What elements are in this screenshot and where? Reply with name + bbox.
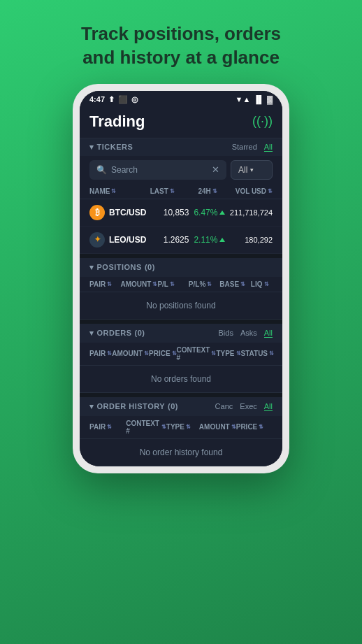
positions-columns-header: PAIR ⇅ AMOUNT ⇅ P/L ⇅ P/L% ⇅ BASE ⇅ bbox=[80, 277, 282, 292]
live-signal-icon: ((·)) bbox=[252, 114, 273, 129]
pos-col-amount[interactable]: AMOUNT ⇅ bbox=[120, 280, 157, 288]
status-bar: 4:47 ⬆ ⬛ ◎ ▼▲ ▐▌ ▓ bbox=[80, 91, 282, 107]
sort-icon-pos-liq: ⇅ bbox=[264, 281, 269, 287]
sort-icon-name: ⇅ bbox=[111, 188, 116, 194]
hist-col-pair[interactable]: PAIR ⇅ bbox=[89, 420, 126, 435]
sort-icon-ord-status: ⇅ bbox=[269, 350, 274, 357]
ord-col-price[interactable]: PRICE ⇅ bbox=[149, 346, 177, 362]
btc-vol-usd: 211,718,724 bbox=[225, 208, 273, 217]
sort-icon-ord-amount: ⇅ bbox=[144, 350, 149, 357]
phone-screen: 4:47 ⬆ ⬛ ◎ ▼▲ ▐▌ ▓ Trading ((·)) ▾ bbox=[80, 91, 282, 466]
btc-icon: ₿ bbox=[89, 205, 105, 220]
wifi-icon: ▼▲ bbox=[236, 95, 251, 103]
leo-last-price: 1.2625 bbox=[152, 235, 189, 245]
history-section-header: ▾ ORDER HISTORY (0) Canc Exec All bbox=[80, 397, 282, 416]
phone-frame: 4:47 ⬆ ⬛ ◎ ▼▲ ▐▌ ▓ Trading ((·)) ▾ bbox=[73, 84, 289, 473]
leo-up-arrow-icon bbox=[219, 238, 225, 242]
dropdown-value: All bbox=[238, 165, 247, 175]
orders-tab-all[interactable]: All bbox=[264, 329, 273, 338]
history-label: ▾ ORDER HISTORY (0) bbox=[89, 402, 178, 411]
history-tab-all[interactable]: All bbox=[264, 402, 273, 411]
hist-col-type[interactable]: TYPE ⇅ bbox=[166, 420, 199, 435]
orders-tabs[interactable]: Bids Asks All bbox=[219, 329, 273, 338]
history-tab-canc[interactable]: Canc bbox=[215, 402, 233, 411]
tickers-tabs[interactable]: Starred All bbox=[232, 143, 273, 152]
btc-24h-change: 6.47% bbox=[189, 208, 225, 217]
sort-icon-hist-context: ⇅ bbox=[161, 424, 166, 430]
tickers-label: ▾ TICKERS bbox=[89, 143, 133, 152]
ord-col-context[interactable]: CONTEXT # ⇅ bbox=[177, 346, 217, 362]
col-header-24h[interactable]: 24H ⇅ bbox=[175, 187, 217, 195]
btc-pair-name: BTC/USD bbox=[109, 208, 152, 217]
history-chevron: ▾ bbox=[89, 402, 94, 411]
phone-container: 4:47 ⬆ ⬛ ◎ ▼▲ ▐▌ ▓ Trading ((·)) ▾ bbox=[62, 84, 300, 644]
ord-col-amount[interactable]: AMOUNT ⇅ bbox=[112, 346, 149, 362]
sort-icon-pos-base: ⇅ bbox=[240, 281, 245, 287]
ord-col-type[interactable]: TYPE ⇅ bbox=[216, 346, 240, 362]
battery-icon: ▓ bbox=[267, 95, 273, 103]
app-title-bar: Trading ((·)) bbox=[80, 107, 282, 138]
btc-up-arrow-icon bbox=[219, 210, 225, 215]
orders-section-header: ▾ ORDERS (0) Bids Asks All bbox=[80, 324, 282, 343]
search-input-wrap[interactable]: 🔍 Search ✕ bbox=[89, 160, 226, 180]
orders-chevron: ▾ bbox=[89, 329, 94, 338]
ord-col-pair[interactable]: PAIR ⇅ bbox=[89, 346, 112, 362]
orders-no-data: No orders found bbox=[80, 366, 282, 393]
tickers-tab-all[interactable]: All bbox=[264, 143, 273, 152]
page-heading: Track positions, orders and history at a… bbox=[53, 0, 309, 84]
orders-columns-header: PAIR ⇅ AMOUNT ⇅ PRICE ⇅ CONTEXT # ⇅ TYPE bbox=[80, 343, 282, 366]
status-icon-3: ◎ bbox=[131, 95, 138, 104]
pos-col-liq[interactable]: LIQ ⇅ bbox=[251, 280, 273, 288]
orders-label: ▾ ORDERS (0) bbox=[89, 329, 145, 338]
leo-pair-name: LEO/USD bbox=[109, 235, 152, 245]
app-title: Trading bbox=[89, 113, 145, 131]
history-no-data: No order history found bbox=[80, 439, 282, 466]
search-input[interactable]: Search bbox=[111, 165, 208, 175]
sort-icon-hist-amount: ⇅ bbox=[231, 424, 236, 430]
status-icon-2: ⬛ bbox=[118, 95, 128, 104]
orders-tab-bids[interactable]: Bids bbox=[219, 329, 233, 338]
ticker-filter-dropdown[interactable]: All ▾ bbox=[231, 160, 273, 180]
sort-icon-24h: ⇅ bbox=[212, 188, 217, 194]
col-header-volusd[interactable]: VOL USD ⇅ bbox=[217, 187, 273, 195]
pos-col-base[interactable]: BASE ⇅ bbox=[219, 280, 250, 288]
hist-col-context[interactable]: CONTEXT # ⇅ bbox=[126, 420, 166, 435]
search-row: 🔍 Search ✕ All ▾ bbox=[80, 156, 282, 184]
ticker-row-leo[interactable]: ✦ LEO/USD 1.2625 2.11% 180,292 bbox=[80, 227, 282, 254]
orders-tab-asks[interactable]: Asks bbox=[240, 329, 257, 338]
status-right: ▼▲ ▐▌ ▓ bbox=[236, 95, 273, 103]
sort-icon-ord-type: ⇅ bbox=[236, 350, 241, 357]
ticker-row-btc[interactable]: ₿ BTC/USD 10,853 6.47% 211,718,724 bbox=[80, 199, 282, 227]
sort-icon-pos-pair: ⇅ bbox=[107, 281, 112, 287]
pos-col-plpct[interactable]: P/L% ⇅ bbox=[189, 280, 219, 288]
sort-icon-ord-price: ⇅ bbox=[172, 350, 177, 357]
tickers-table-header: NAME ⇅ LAST ⇅ 24H ⇅ VOL USD ⇅ bbox=[80, 184, 282, 199]
hist-col-price[interactable]: PRICE ⇅ bbox=[236, 420, 273, 435]
tickers-chevron: ▾ bbox=[89, 143, 94, 152]
sort-icon-ord-context: ⇅ bbox=[211, 350, 216, 357]
history-columns-header: PAIR ⇅ CONTEXT # ⇅ TYPE ⇅ AMOUNT ⇅ PRICE bbox=[80, 416, 282, 439]
sort-icon-pos-amount: ⇅ bbox=[152, 281, 157, 287]
pos-col-pl[interactable]: P/L ⇅ bbox=[157, 280, 188, 288]
col-header-last[interactable]: LAST ⇅ bbox=[132, 187, 175, 195]
sort-icon-last: ⇅ bbox=[170, 188, 175, 194]
ord-col-status[interactable]: STATUS ⇅ bbox=[241, 346, 275, 362]
hist-col-amount[interactable]: AMOUNT ⇅ bbox=[199, 420, 236, 435]
positions-badge: (0) bbox=[145, 263, 155, 271]
positions-label: ▾ POSITIONS (0) bbox=[89, 263, 155, 272]
history-tabs[interactable]: Canc Exec All bbox=[215, 402, 273, 411]
leo-24h-change: 2.11% bbox=[189, 235, 225, 245]
tickers-tab-starred[interactable]: Starred bbox=[232, 143, 257, 152]
sort-icon-hist-type: ⇅ bbox=[186, 424, 191, 430]
history-badge: (0) bbox=[168, 402, 178, 410]
search-icon: 🔍 bbox=[96, 165, 107, 175]
leo-vol-usd: 180,292 bbox=[225, 236, 273, 244]
status-icon-1: ⬆ bbox=[108, 95, 115, 104]
chevron-down-icon: ▾ bbox=[250, 166, 254, 173]
pos-col-pair[interactable]: PAIR ⇅ bbox=[89, 280, 120, 288]
history-tab-exec[interactable]: Exec bbox=[240, 402, 256, 411]
search-clear-icon[interactable]: ✕ bbox=[212, 164, 219, 175]
status-time: 4:47 bbox=[89, 95, 105, 103]
col-header-name[interactable]: NAME ⇅ bbox=[89, 187, 132, 195]
signal-bars-icon: ▐▌ bbox=[253, 95, 264, 103]
